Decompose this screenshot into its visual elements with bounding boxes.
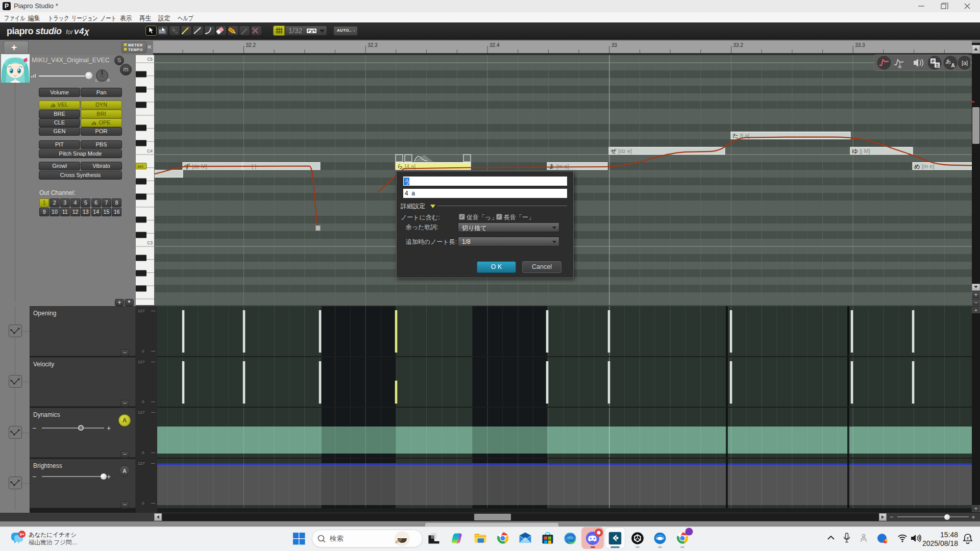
svg-text:[m e]: [m e] bbox=[922, 163, 934, 169]
svg-text:[j M]: [j M] bbox=[860, 148, 870, 154]
svg-text:P: P bbox=[932, 59, 935, 64]
svg-text:9+: 9+ bbox=[19, 532, 24, 537]
svg-text:33: 33 bbox=[611, 42, 618, 48]
svg-text:C5: C5 bbox=[147, 57, 153, 62]
svg-text:S: S bbox=[936, 63, 939, 68]
svg-text:33.3: 33.3 bbox=[855, 42, 865, 48]
svg-text:C3: C3 bbox=[147, 240, 153, 245]
svg-text:A: A bbox=[951, 63, 954, 68]
svg-text:ら: ら bbox=[397, 163, 403, 169]
svg-text:ゆ: ゆ bbox=[852, 148, 858, 154]
svg-text:あ: あ bbox=[945, 58, 951, 64]
svg-text:[a]: [a] bbox=[962, 60, 968, 66]
svg-text:32.3: 32.3 bbox=[368, 42, 378, 48]
svg-text:[dz e]: [dz e] bbox=[618, 148, 632, 154]
svg-text:32.4: 32.4 bbox=[489, 42, 500, 48]
svg-text:た: た bbox=[732, 133, 739, 139]
svg-text:L: L bbox=[95, 79, 97, 82]
svg-text:[m a]: [m a] bbox=[556, 163, 569, 169]
svg-text:ぜ: ぜ bbox=[610, 148, 617, 154]
svg-text:ま: ま bbox=[549, 163, 555, 169]
svg-text:3: 3 bbox=[310, 29, 313, 34]
svg-text:R: R bbox=[107, 79, 110, 82]
svg-text:33.2: 33.2 bbox=[733, 42, 744, 48]
svg-text:め: め bbox=[914, 163, 920, 169]
svg-text:C4: C4 bbox=[147, 148, 153, 154]
svg-text:z: z bbox=[969, 535, 971, 538]
svg-text:32.2: 32.2 bbox=[246, 42, 256, 48]
svg-text:A#3: A#3 bbox=[137, 165, 143, 168]
svg-text:z: z bbox=[967, 536, 969, 540]
